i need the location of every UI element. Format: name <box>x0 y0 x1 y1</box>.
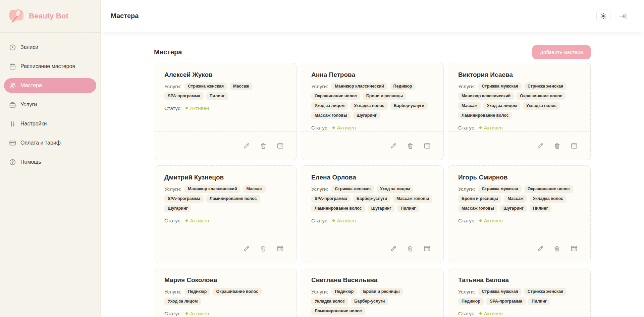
trash-icon <box>407 245 414 252</box>
service-chip: Брови и ресницы <box>458 195 501 203</box>
delete-master-button[interactable] <box>407 142 414 150</box>
service-chip: Стрижка женская <box>524 83 567 90</box>
delete-master-button[interactable] <box>260 245 267 252</box>
sidebar-item-settings[interactable]: Настройки <box>4 116 96 131</box>
status-dot-icon <box>332 126 335 129</box>
sidebar-item-label: Оплата и тариф <box>20 140 61 146</box>
trash-icon <box>554 245 560 252</box>
master-card-body: Игорь Смирнов Услуги: Стрижка мужскаяОкр… <box>448 166 590 234</box>
service-chip: Уход за лицом <box>164 298 201 305</box>
edit-master-button[interactable] <box>390 142 397 150</box>
schedule-master-button[interactable] <box>423 142 431 150</box>
master-card: Мария Соколова Услуги: ПедикюрОкрашивани… <box>154 268 297 317</box>
status-line: Статус: Активен <box>164 218 286 223</box>
edit-master-button[interactable] <box>537 245 544 252</box>
service-chip: Стрижка мужская <box>478 288 521 296</box>
services-line: Услуги: Стрижка мужскаяОкрашивание волос… <box>458 185 580 212</box>
edit-master-button[interactable] <box>537 142 544 150</box>
sidebar-item-label: Записи <box>20 44 38 50</box>
services-line: Услуги: Стрижка женскаяУход за лицомSPA-… <box>311 185 433 212</box>
services-line: Услуги: Стрижка мужскаяСтрижка женскаяПе… <box>458 288 580 305</box>
topbar: Мастера <box>101 0 644 32</box>
master-card: Елена Орлова Услуги: Стрижка женскаяУход… <box>301 165 444 263</box>
sidebar-item-records[interactable]: Записи <box>4 40 96 55</box>
service-chip: Ламинирование волос <box>206 195 260 203</box>
schedule-master-button[interactable] <box>276 142 284 150</box>
trash-icon <box>407 143 414 149</box>
sidebar-item-payment[interactable]: Оплата и тариф <box>4 136 96 150</box>
status-label: Статус: <box>164 105 182 111</box>
status-dot-icon <box>479 312 482 315</box>
delete-master-button[interactable] <box>553 245 561 252</box>
services-label: Услуги: <box>458 84 475 89</box>
master-card-footer <box>448 234 590 263</box>
sidebar-item-schedule[interactable]: Расписание мастеров <box>4 59 96 74</box>
status-dot-icon <box>185 312 188 315</box>
service-chip: Шугаринг <box>353 112 380 119</box>
status-line: Статус: Активен <box>458 218 580 223</box>
services-label: Услуги: <box>311 84 328 89</box>
services-label: Услуги: <box>164 84 181 89</box>
status-line: Статус: Активен <box>458 125 580 130</box>
service-chip: Укладка волос <box>351 102 387 110</box>
service-chip: Педикюр <box>390 83 416 90</box>
edit-master-button[interactable] <box>390 245 397 252</box>
calendar-grid-icon <box>277 245 284 252</box>
service-chip: Стрижка женская <box>331 185 374 193</box>
users-icon <box>9 82 16 89</box>
trash-icon <box>260 143 267 149</box>
delete-master-button[interactable] <box>260 142 267 150</box>
status-line: Статус: Активен <box>164 311 286 316</box>
delete-master-button[interactable] <box>553 142 561 150</box>
master-card-body: Мария Соколова Услуги: ПедикюрОкрашивани… <box>154 268 297 317</box>
service-chip: Пилинг <box>397 205 419 212</box>
services-line: Услуги: Стрижка женскаяМассажSPA-програм… <box>164 83 286 100</box>
services-label: Услуги: <box>311 186 328 192</box>
services-line: Услуги: Маникюр классическийМассажSPA-пр… <box>164 185 286 212</box>
service-chip: Стрижка мужская <box>478 83 521 90</box>
schedule-master-button[interactable] <box>276 245 284 252</box>
schedule-master-button[interactable] <box>570 245 578 252</box>
status-value: Активен <box>484 311 503 316</box>
service-chip: Укладка волос <box>523 102 560 110</box>
status-label: Статус: <box>164 218 182 223</box>
status-value: Активен <box>337 218 356 223</box>
master-name: Татьяна Белова <box>458 276 580 284</box>
service-chip: Массаж головы <box>458 205 497 212</box>
delete-master-button[interactable] <box>407 245 414 252</box>
add-master-button[interactable]: Добавить мастера <box>532 45 591 59</box>
service-chip: Ламинирование волос <box>311 307 365 315</box>
edit-master-button[interactable] <box>243 245 250 252</box>
sidebar-item-help[interactable]: Помощь <box>4 155 96 169</box>
master-card: Алексей Жуков Услуги: Стрижка женскаяМас… <box>154 63 297 160</box>
brand-logo[interactable]: Beauty Bot <box>0 0 100 33</box>
edit-master-button[interactable] <box>243 142 250 150</box>
sidebar-item-label: Помощь <box>20 159 41 165</box>
services-label: Услуги: <box>164 186 181 192</box>
theme-toggle-button[interactable] <box>596 9 610 23</box>
status-line: Статус: Активен <box>458 311 580 316</box>
service-chip: Укладка волос <box>311 298 348 305</box>
sidebar-item-services[interactable]: Услуги <box>4 97 96 112</box>
service-chip: SPA-программа <box>164 92 204 100</box>
service-chip: Массаж <box>230 83 252 90</box>
schedule-master-button[interactable] <box>570 142 578 150</box>
calendar-grid-icon <box>571 245 578 252</box>
calendar-icon <box>9 63 16 70</box>
page-title: Мастера <box>154 48 182 56</box>
logout-button[interactable] <box>619 12 628 20</box>
service-chip: Маникюр классический <box>331 83 387 90</box>
calendar-grid-icon <box>424 245 431 252</box>
pencil-icon <box>243 245 250 252</box>
service-chip: Окрашивание волос <box>517 92 566 100</box>
pencil-icon <box>390 143 397 149</box>
service-chip: Педикюр <box>184 288 210 296</box>
brush-bubble-icon <box>8 8 24 24</box>
schedule-master-button[interactable] <box>423 245 431 252</box>
pencil-icon <box>537 143 544 149</box>
sidebar-item-masters[interactable]: Мастера <box>4 78 96 93</box>
status-line: Статус: Активен <box>164 105 286 111</box>
service-chip: Стрижка мужская <box>478 185 521 193</box>
services-label: Услуги: <box>164 289 181 295</box>
service-chip: Пилинг <box>206 92 228 100</box>
